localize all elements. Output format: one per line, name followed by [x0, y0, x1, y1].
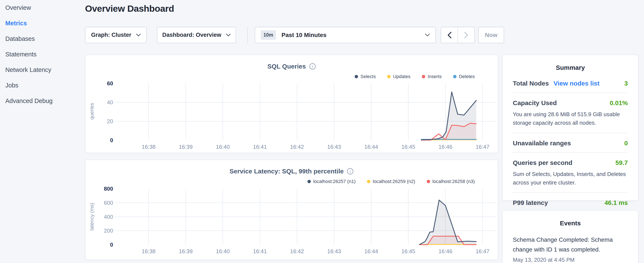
events-panel: Events Schema Change Completed: Schema c…: [502, 210, 638, 263]
chart-legend: Selects Updates Inserts Deletes: [355, 74, 475, 79]
x-tick-label: 16:47: [470, 144, 495, 150]
time-window-label: Past 10 Minutes: [282, 32, 419, 39]
sidebar-item-overview[interactable]: Overview: [5, 5, 53, 11]
x-tick-label: 16:43: [321, 248, 347, 255]
legend-dot: [453, 75, 456, 78]
page-title: Overview Dashboard: [85, 4, 174, 14]
summary-panel: Summary Total Nodes View nodes list 3 Ca…: [502, 55, 638, 201]
legend-item-n2[interactable]: localhost:26259 (n2): [367, 179, 415, 184]
chart-title: SQL Queries: [267, 63, 306, 70]
chevron-down-icon: [136, 34, 141, 37]
x-tick-label: 16:40: [210, 144, 236, 150]
x-tick-label: 16:46: [433, 248, 458, 255]
controls-divider: [247, 27, 248, 43]
qps-label: Queries per second: [513, 159, 572, 166]
prev-range-button[interactable]: [441, 27, 458, 43]
event-list-item[interactable]: Schema Change Completed: Schema change w…: [502, 227, 638, 263]
service-latency-chart-card: Service Latency: SQL, 99th percentile i …: [85, 160, 498, 260]
x-tick-label: 16:38: [136, 144, 161, 150]
sidebar: Overview Metrics Databases Statements Ne…: [5, 5, 53, 104]
legend-label: localhost:26257 (n1): [313, 179, 356, 184]
now-button-label: Now: [485, 32, 497, 39]
legend-item-selects[interactable]: Selects: [355, 74, 376, 79]
total-nodes-label: Total Nodes: [513, 80, 549, 87]
p99-latency-value: 46.1 ms: [604, 199, 628, 206]
x-tick-label: 16:41: [247, 144, 273, 150]
x-tick-label: 16:41: [247, 248, 273, 255]
summary-row-capacity: Capacity Used 0.01% You are using 28.6 M…: [513, 93, 628, 133]
x-tick-label: 16:43: [321, 144, 347, 150]
y-tick-label: 400: [86, 214, 113, 220]
total-nodes-value: 3: [624, 80, 628, 87]
sidebar-item-statements[interactable]: Statements: [5, 51, 53, 58]
legend-dot: [422, 75, 425, 78]
event-text: Schema Change Completed: Schema change w…: [513, 235, 628, 254]
chart-legend: localhost:26257 (n1) localhost:26259 (n2…: [308, 179, 475, 184]
qps-description: Sum of Selects, Updates, Inserts, and De…: [513, 170, 628, 187]
x-tick-label: 16:45: [396, 248, 421, 255]
now-button[interactable]: Now: [478, 27, 504, 43]
sidebar-item-metrics[interactable]: Metrics: [5, 20, 53, 26]
chevron-down-icon: [425, 34, 430, 37]
plot-svg: [115, 189, 496, 245]
legend-item-inserts[interactable]: Inserts: [422, 74, 442, 79]
summary-row-total-nodes: Total Nodes View nodes list 3: [513, 73, 628, 93]
info-icon[interactable]: i: [309, 63, 316, 70]
legend-label: Inserts: [428, 74, 442, 79]
svg-text:i: i: [312, 64, 313, 69]
info-icon[interactable]: i: [347, 168, 354, 175]
time-window-select[interactable]: 10m Past 10 Minutes: [255, 27, 436, 43]
view-nodes-list-link[interactable]: View nodes list: [554, 80, 599, 87]
y-tick-label: 200: [86, 227, 113, 234]
summary-title: Summary: [502, 55, 638, 71]
x-tick-label: 16:45: [396, 144, 421, 150]
legend-dot: [367, 180, 370, 183]
y-tick-label: 800: [86, 185, 113, 192]
plot-svg: [115, 83, 496, 140]
legend-label: localhost:26258 (n3): [432, 179, 475, 184]
y-tick-label: 0: [86, 137, 113, 144]
graph-type-dropdown[interactable]: Graph: Cluster: [85, 27, 147, 43]
x-tick-label: 16:46: [433, 144, 458, 150]
event-timestamp: May 13, 2020 at 4:45 PM: [513, 256, 628, 263]
chevron-down-icon: [226, 34, 231, 37]
sidebar-item-advanced-debug[interactable]: Advanced Debug: [5, 98, 53, 104]
sidebar-item-databases[interactable]: Databases: [5, 36, 53, 42]
x-tick-label: 16:39: [173, 144, 198, 150]
y-tick-label: 0: [86, 241, 113, 248]
svg-text:i: i: [350, 169, 351, 174]
chart-title: Service Latency: SQL, 99th percentile: [230, 168, 344, 175]
summary-row-p99: P99 latency 46.1 ms: [513, 193, 628, 212]
x-tick-label: 16:42: [284, 248, 310, 255]
x-tick-label: 16:44: [358, 144, 384, 150]
sql-queries-chart-card: SQL Queries i Selects Updates Inserts De…: [85, 55, 498, 153]
legend-item-n3[interactable]: localhost:26258 (n3): [427, 179, 475, 184]
events-title: Events: [502, 211, 638, 227]
dashboard-dropdown-label: Dashboard: Overview: [162, 32, 221, 38]
legend-item-updates[interactable]: Updates: [387, 74, 410, 79]
legend-label: Updates: [393, 74, 410, 79]
dashboard-dropdown[interactable]: Dashboard: Overview: [157, 27, 236, 43]
x-tick-label: 16:42: [284, 144, 310, 150]
next-range-button[interactable]: [458, 27, 474, 43]
x-tick-label: 16:47: [470, 248, 495, 255]
y-axis-label: queries: [89, 79, 95, 143]
y-tick-label: 60: [86, 80, 113, 87]
y-tick-label: 40: [86, 99, 113, 106]
legend-dot: [427, 180, 430, 183]
sidebar-item-network-latency[interactable]: Network Latency: [5, 67, 53, 73]
summary-row-qps: Queries per second 59.7 Sum of Selects, …: [513, 153, 628, 193]
legend-dot: [387, 75, 390, 78]
x-tick-label: 16:40: [210, 248, 236, 255]
legend-item-deletes[interactable]: Deletes: [453, 74, 475, 79]
capacity-used-label: Capacity Used: [513, 99, 557, 107]
chevron-right-icon: [464, 32, 468, 39]
legend-dot: [308, 180, 311, 183]
legend-label: localhost:26259 (n2): [373, 179, 415, 184]
capacity-used-description: You are using 28.6 MiB of 515.9 GiB usab…: [513, 110, 628, 127]
legend-item-n1[interactable]: localhost:26257 (n1): [308, 179, 356, 184]
legend-label: Selects: [360, 74, 376, 79]
legend-label: Deletes: [459, 74, 475, 79]
qps-value: 59.7: [616, 159, 628, 166]
sidebar-item-jobs[interactable]: Jobs: [5, 82, 53, 89]
